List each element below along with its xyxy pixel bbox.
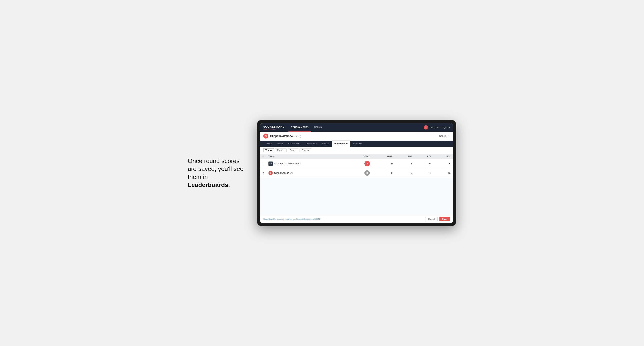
filter-bar: Teams Players Scores Strokes: [260, 147, 453, 154]
sidebar-description: Once round scores are saved, you'll see …: [188, 157, 245, 189]
nav-tab-teams[interactable]: TEAMS: [311, 123, 324, 132]
tab-teams[interactable]: Teams: [275, 141, 286, 147]
team-logo-su: SU: [268, 162, 273, 166]
rd2-2: -8: [414, 169, 434, 178]
url-bar: https://stage-blue-coach.stagescoreboard…: [263, 218, 423, 220]
team-cell-1: SU Scoreboard University [A]: [266, 159, 347, 169]
table-header: # TEAM TOTAL THRU RD1 RD2 RD3: [260, 154, 453, 159]
rd1-1: -4: [395, 159, 414, 169]
rd1-2: +8: [395, 169, 414, 178]
logo-text: SCOREBOARD: [263, 125, 284, 128]
user-name: Test User: [430, 126, 438, 129]
cancel-x-icon: ✕: [448, 135, 450, 138]
page-wrapper: Once round scores are saved, you'll see …: [188, 120, 456, 226]
score-badge-1: -5: [364, 161, 370, 166]
logo-sub: Powered by clippd: [263, 128, 284, 130]
tournament-title: Clippd Invitational: [270, 135, 294, 138]
tablet-screen: SCOREBOARD Powered by clippd TOURNAMENTS…: [260, 123, 453, 223]
team-name-2: Clippd College [A]: [274, 172, 293, 174]
tournament-logo: C: [263, 134, 268, 139]
nav-tab-tournaments[interactable]: TOURNAMENTS: [288, 123, 311, 132]
leaderboard-table: # TEAM TOTAL THRU RD1 RD2 RD3: [260, 154, 453, 178]
team-cell-2: C Clippd College [A]: [266, 169, 347, 178]
top-nav: SCOREBOARD Powered by clippd TOURNAMENTS…: [260, 123, 453, 132]
logo-area: SCOREBOARD Powered by clippd: [263, 125, 284, 130]
sidebar-text-bold: Leaderboards: [188, 181, 228, 188]
table-row: 2 C Clippd College [A]: [260, 169, 453, 178]
col-rd1: RD1: [395, 154, 414, 159]
user-avatar: S: [424, 125, 428, 130]
tab-tee-groups[interactable]: Tee Groups: [304, 141, 319, 147]
team-name-1: Scoreboard University [A]: [274, 162, 300, 165]
col-rd2: RD2: [414, 154, 434, 159]
tab-leaderboards[interactable]: Leaderboards: [332, 141, 350, 147]
leaderboard-table-wrapper: # TEAM TOTAL THRU RD1 RD2 RD3: [260, 154, 453, 178]
sign-out-link[interactable]: Sign out: [442, 126, 450, 129]
rd3-2: +3: [434, 169, 453, 178]
thru-2: F: [372, 169, 395, 178]
col-team: TEAM: [266, 154, 347, 159]
cancel-button[interactable]: Cancel: [425, 217, 438, 221]
sidebar-text-part1: Once round scores are saved, you'll see …: [188, 158, 244, 180]
tab-printables[interactable]: Printables: [351, 141, 365, 147]
filter-scores-button[interactable]: Scores: [288, 148, 298, 152]
nav-right: S Test User | Sign out: [424, 125, 450, 130]
col-rank: #: [260, 154, 266, 159]
save-button[interactable]: Save: [440, 217, 450, 221]
col-total: TOTAL: [347, 154, 372, 159]
team-logo-c: C: [268, 171, 273, 175]
score-badge-2: +3: [364, 170, 370, 176]
filter-strokes-button[interactable]: Strokes: [300, 148, 311, 152]
col-thru: THRU: [372, 154, 395, 159]
table-body: 1 SU Scoreboard University [A]: [260, 159, 453, 178]
tournament-header: C Clippd Invitational (Men) Cancel ✕: [260, 132, 453, 141]
rd2-1: +5: [414, 159, 434, 169]
tournament-cancel-button[interactable]: Cancel ✕: [439, 135, 450, 138]
rd3-1: -6: [434, 159, 453, 169]
table-row: 1 SU Scoreboard University [A]: [260, 159, 453, 169]
rank-1: 1: [260, 159, 266, 169]
section-tabs: Details Teams Course Setup Tee Groups Re…: [260, 141, 453, 147]
nav-tabs: TOURNAMENTS TEAMS: [288, 123, 424, 132]
footer: https://stage-blue-coach.stagescoreboard…: [260, 215, 453, 223]
content-area: Teams Players Scores Strokes: [260, 147, 453, 215]
filter-teams-button[interactable]: Teams: [263, 148, 274, 152]
col-rd3: RD3: [434, 154, 453, 159]
thru-1: F: [372, 159, 395, 169]
filter-players-button[interactable]: Players: [275, 148, 286, 152]
total-1: -5: [347, 159, 372, 169]
nav-separator: |: [440, 126, 440, 129]
rank-2: 2: [260, 169, 266, 178]
tab-course-setup[interactable]: Course Setup: [286, 141, 304, 147]
tab-details[interactable]: Details: [263, 141, 274, 147]
total-2: +3: [347, 169, 372, 178]
sidebar-text-end: .: [228, 181, 230, 188]
tablet-shell: SCOREBOARD Powered by clippd TOURNAMENTS…: [257, 120, 456, 226]
tab-results[interactable]: Results: [320, 141, 332, 147]
tournament-subtitle: (Men): [294, 135, 301, 138]
